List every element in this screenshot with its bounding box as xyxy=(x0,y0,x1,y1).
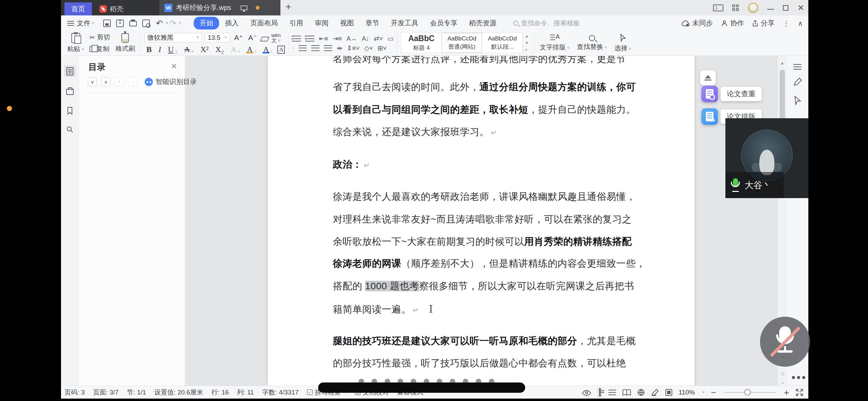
style-gallery-expand-icon[interactable]: ≡ xyxy=(525,48,529,52)
menu-tab-审阅[interactable]: 审阅 xyxy=(309,17,334,29)
font-name-combo[interactable]: 微软雅黑˅ xyxy=(144,33,202,42)
justify-button[interactable] xyxy=(324,45,332,51)
status-item[interactable]: 设置值: 20.6厘米 xyxy=(154,388,203,397)
page-select-button[interactable]: ▢ xyxy=(780,371,785,376)
zoom-out-button[interactable]: − xyxy=(711,388,716,397)
strikethrough-button[interactable]: A˅ xyxy=(182,45,195,54)
align-right-button[interactable] xyxy=(311,45,320,51)
page-view-button[interactable] xyxy=(598,388,602,397)
zoom-value[interactable]: 110% xyxy=(678,389,695,396)
text-scale-icon[interactable]: A↔ xyxy=(346,35,357,42)
file-menu[interactable]: 文件 xyxy=(77,19,91,28)
outline-view-icon[interactable] xyxy=(608,390,616,395)
restore-button[interactable] xyxy=(783,5,788,11)
new-tab-button[interactable]: + xyxy=(286,1,291,12)
style-item[interactable]: AaBbC标题 4 xyxy=(401,33,442,53)
tab-document[interactable]: W 考研经验分享.wps xyxy=(159,0,280,15)
bookmark-panel-button[interactable] xyxy=(64,105,76,117)
app-grid-icon[interactable] xyxy=(732,4,739,11)
collaborate-button[interactable]: 协作 xyxy=(721,19,744,28)
web-view-icon[interactable] xyxy=(637,389,645,396)
menu-tab-章节[interactable]: 章节 xyxy=(360,17,385,29)
bold-button[interactable]: B xyxy=(144,45,154,54)
print-icon[interactable] xyxy=(129,21,137,26)
toc-zoom-in-button[interactable]: ＋ xyxy=(114,77,124,86)
find-replace-button[interactable]: 查找替换˅ xyxy=(575,34,609,52)
read-mode-icon[interactable] xyxy=(622,389,631,396)
window-layout-icon[interactable]: 1 xyxy=(713,4,723,11)
align-center-button[interactable] xyxy=(299,45,307,51)
collapse-tools-button[interactable] xyxy=(700,70,716,85)
paper-format-icon[interactable] xyxy=(701,108,718,125)
increase-indent-icon[interactable]: ⇥≡ xyxy=(333,35,342,42)
export-icon[interactable] xyxy=(116,20,124,27)
sort-icon[interactable]: A↓ xyxy=(362,35,369,42)
superscript-button[interactable]: X² xyxy=(198,45,211,54)
decrease-indent-icon[interactable]: ⇤≡ xyxy=(319,35,328,42)
toc-zoom-out-button[interactable]: − xyxy=(128,77,137,86)
menu-tab-稻壳资源[interactable]: 稻壳资源 xyxy=(463,17,502,29)
menu-tab-插入[interactable]: 插入 xyxy=(219,17,244,29)
select-button[interactable]: 选择˅ xyxy=(612,33,633,53)
shrink-font-button[interactable]: A⁻ xyxy=(247,34,258,42)
style-item[interactable]: AaBbCcDd普通(网站) xyxy=(442,33,482,53)
character-border-button[interactable]: A xyxy=(277,46,285,54)
borders-button[interactable]: ⊞˅ xyxy=(377,45,387,51)
format-painter-button[interactable]: 格式刷 xyxy=(113,33,137,54)
status-item[interactable]: 页码: 3 xyxy=(64,388,85,397)
paper-check-button[interactable]: 论文查重 xyxy=(721,87,762,101)
style-scroll-up-icon[interactable]: ▲ xyxy=(525,34,529,38)
menu-tab-视图[interactable]: 视图 xyxy=(334,17,360,29)
clear-format-icon[interactable] xyxy=(260,37,269,41)
underline-button[interactable]: U˅ xyxy=(166,45,179,54)
annotate-pen-icon[interactable] xyxy=(793,77,803,88)
overlay-more-handle[interactable] xyxy=(792,376,805,379)
enclose-characters-button[interactable]: A˅ xyxy=(229,45,242,54)
menu-tab-开始[interactable]: 开始 xyxy=(194,17,219,29)
redo-button[interactable]: ↷ xyxy=(169,19,176,28)
mic-muted-button[interactable] xyxy=(760,317,810,367)
fit-page-icon[interactable] xyxy=(665,389,672,396)
line-spacing-button[interactable]: ⇕≡˅ xyxy=(347,45,360,51)
italic-button[interactable]: I xyxy=(156,45,163,54)
highlight-color-button[interactable]: A˅ xyxy=(245,45,258,54)
shading-button[interactable]: ◇˅ xyxy=(364,45,373,51)
status-item[interactable]: 字数: 4/3317 xyxy=(262,388,299,397)
zoom-slider-knob[interactable] xyxy=(744,389,751,396)
hamburger-icon[interactable] xyxy=(67,21,74,26)
ruler-icon[interactable]: ▭ xyxy=(387,35,394,42)
eye-protect-icon[interactable] xyxy=(582,389,591,396)
menu-tab-会员专享[interactable]: 会员专享 xyxy=(424,17,463,29)
text-layout-button[interactable]: 文字排版˅ xyxy=(538,34,571,52)
text-direction-icon[interactable]: ⇄˅ xyxy=(374,35,383,42)
status-item[interactable]: 页面: 3/7 xyxy=(93,388,119,397)
command-search[interactable]: 查找命令、搜索模板 xyxy=(513,19,580,28)
align-left-button[interactable] xyxy=(292,47,294,49)
minimize-button[interactable] xyxy=(767,9,774,10)
customize-toolbar-caret[interactable]: ˅ xyxy=(179,21,181,26)
search-panel-button[interactable] xyxy=(64,124,76,135)
bullet-list-icon[interactable] xyxy=(292,36,301,41)
toc-collapse-button[interactable]: ∧ xyxy=(101,77,110,86)
grow-font-button[interactable]: A⁺ xyxy=(233,34,244,42)
status-item[interactable]: 行: 16 xyxy=(212,388,229,397)
select-cursor-icon[interactable] xyxy=(793,96,802,107)
copy-button[interactable]: 复制 xyxy=(89,45,110,53)
toc-panel-button[interactable] xyxy=(64,65,76,77)
cut-button[interactable]: ✂剪切 xyxy=(89,33,110,42)
zoom-in-button[interactable]: + xyxy=(784,388,789,397)
zoom-slider[interactable] xyxy=(724,392,776,393)
ink-pen-icon[interactable] xyxy=(651,388,659,397)
menu-tab-引用[interactable]: 引用 xyxy=(284,17,309,29)
menu-tab-页面布局[interactable]: 页面布局 xyxy=(244,17,284,29)
font-color-button[interactable]: A˅ xyxy=(261,45,275,54)
undo-button[interactable]: ↶ xyxy=(156,19,163,28)
save-icon[interactable] xyxy=(103,20,111,27)
distribute-button[interactable]: ⇹ xyxy=(337,45,342,51)
pinyin-guide-button[interactable]: wén文˅ xyxy=(271,33,281,43)
numbered-list-icon[interactable] xyxy=(305,36,314,41)
close-panel-icon[interactable]: ✕ xyxy=(171,62,177,71)
document-page[interactable]: 名师会对每个方案进行点评，还能看到其他同学的优秀方案，更是节省了我自己去阅读的时… xyxy=(268,56,695,386)
task-list-icon[interactable] xyxy=(793,63,802,72)
tab-home[interactable]: 首页 xyxy=(64,2,92,15)
